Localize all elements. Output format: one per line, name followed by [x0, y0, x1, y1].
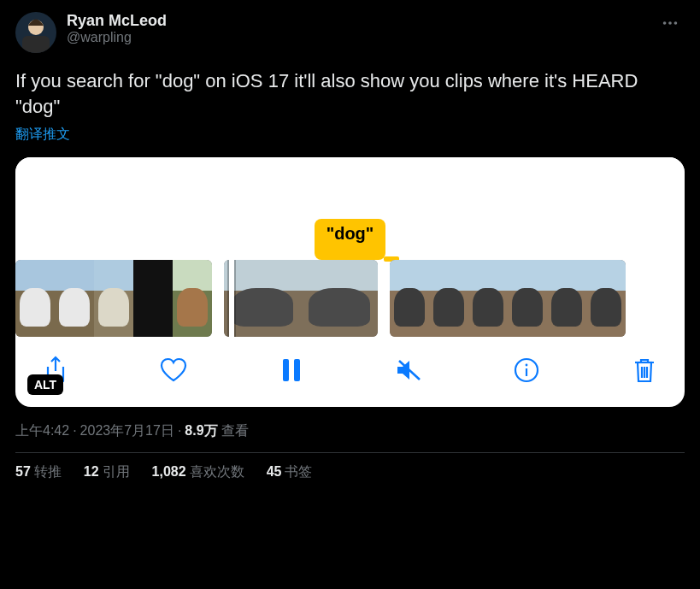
likes-count: 1,082: [152, 464, 186, 479]
tweet-text: If you search for "dog" on iOS 17 it'll …: [15, 68, 685, 119]
timeline-frame: [508, 260, 547, 337]
timeline-frame: [133, 260, 173, 337]
trash-icon[interactable]: [630, 356, 659, 385]
alt-badge[interactable]: ALT: [27, 374, 63, 395]
user-info: Ryan McLeod @warpling: [67, 12, 656, 45]
tweet-header: Ryan McLeod @warpling: [15, 12, 685, 53]
timeline-frame: [586, 260, 626, 337]
svg-rect-7: [294, 359, 300, 381]
timeline-frame: [55, 260, 94, 337]
bookmarks-stat[interactable]: 45书签: [267, 463, 313, 481]
tweet-time[interactable]: 上午4:42: [15, 423, 69, 438]
tweet-date[interactable]: 2023年7月17日: [80, 423, 174, 438]
timeline-frame: [173, 260, 212, 337]
tweet-container: Ryan McLeod @warpling If you search for …: [0, 0, 700, 490]
user-handle[interactable]: @warpling: [67, 30, 656, 45]
svg-rect-2: [22, 36, 50, 53]
media-top-space: [15, 157, 685, 219]
avatar[interactable]: [15, 12, 56, 53]
timeline-frame: [224, 260, 301, 337]
quotes-count: 12: [84, 464, 99, 479]
media-action-row: [15, 337, 685, 407]
engagement-row: 57转推 12引用 1,082喜欢次数 45书签: [15, 463, 685, 481]
views-count[interactable]: 8.9万: [185, 423, 217, 438]
svg-point-5: [674, 21, 678, 25]
svg-point-3: [663, 21, 667, 25]
timeline-frame: [94, 260, 133, 337]
bookmarks-count: 45: [267, 464, 282, 479]
svg-point-10: [526, 364, 528, 367]
quotes-label: 引用: [103, 464, 130, 479]
retweets-count: 57: [15, 464, 31, 479]
search-pill: "dog": [315, 219, 386, 260]
clip-group[interactable]: [15, 260, 212, 337]
timeline-frame: [547, 260, 586, 337]
heart-icon[interactable]: [159, 356, 188, 385]
likes-stat[interactable]: 1,082喜欢次数: [152, 463, 244, 481]
pause-icon[interactable]: [277, 356, 306, 385]
clip-group[interactable]: [224, 260, 378, 337]
timeline-frame: [15, 260, 55, 337]
timeline-frame: [301, 260, 378, 337]
timeline-frame: [468, 260, 508, 337]
more-options-button[interactable]: [656, 12, 685, 38]
retweets-stat[interactable]: 57转推: [15, 463, 62, 481]
clip-group[interactable]: [390, 260, 626, 337]
translate-link[interactable]: 翻译推文: [15, 126, 685, 144]
quotes-stat[interactable]: 12引用: [84, 463, 130, 481]
divider: [15, 452, 685, 453]
timeline-frame: [429, 260, 468, 337]
search-pill-row: "dog": [15, 219, 685, 260]
display-name[interactable]: Ryan McLeod: [67, 12, 656, 30]
tweet-meta: 上午4:42·2023年7月17日·8.9万 查看: [15, 422, 685, 440]
video-timeline[interactable]: [15, 260, 685, 337]
retweets-label: 转推: [34, 464, 62, 479]
mute-icon[interactable]: [394, 356, 423, 385]
svg-rect-6: [283, 359, 289, 381]
likes-label: 喜欢次数: [190, 464, 244, 479]
media-card[interactable]: "dog": [15, 157, 685, 407]
playhead[interactable]: [229, 260, 234, 337]
svg-point-4: [668, 21, 672, 25]
timeline-frame: [390, 260, 429, 337]
info-icon[interactable]: [512, 356, 541, 385]
views-label: 查看: [221, 423, 249, 438]
bookmarks-label: 书签: [285, 464, 312, 479]
